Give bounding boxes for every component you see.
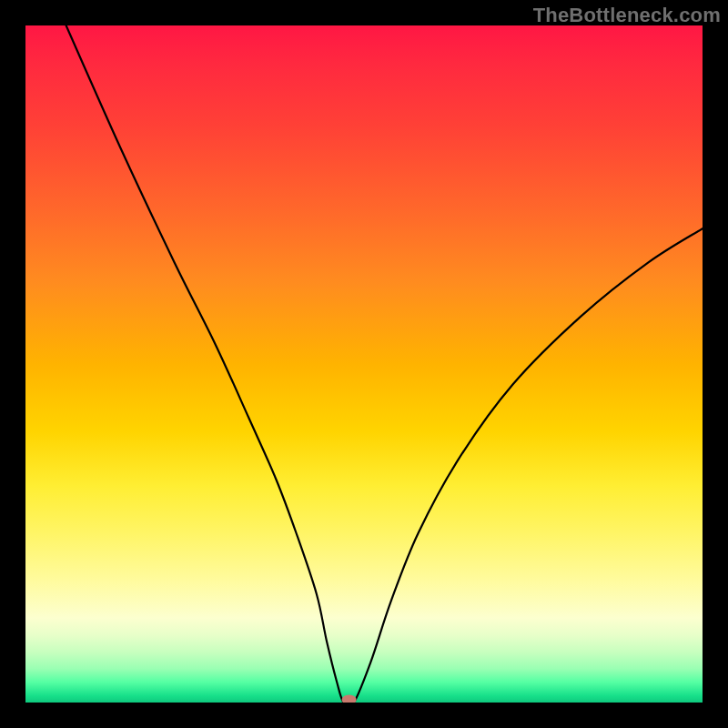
- chart-frame: TheBottleneck.com: [0, 0, 728, 728]
- curve-layer: [25, 25, 703, 703]
- bottleneck-curve: [66, 25, 703, 703]
- plot-area: [25, 25, 703, 703]
- watermark-label: TheBottleneck.com: [533, 4, 721, 27]
- minimum-marker: [342, 695, 357, 703]
